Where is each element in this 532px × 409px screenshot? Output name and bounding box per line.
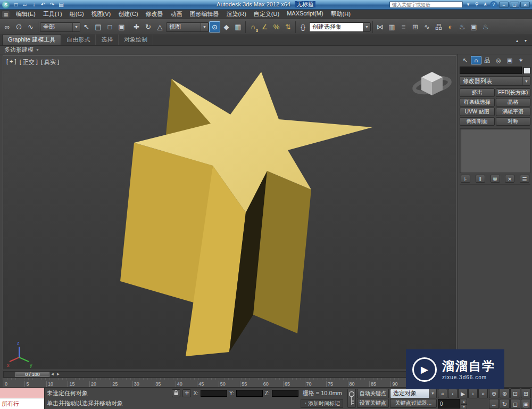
3dsmax-app-icon[interactable]: S bbox=[2, 1, 10, 9]
play-button[interactable]: ▶ bbox=[458, 389, 468, 398]
x-coordinate-field[interactable] bbox=[201, 390, 227, 397]
window-crossing-icon[interactable]: ▣ bbox=[116, 21, 127, 32]
reference-coordinate-dropdown[interactable]: 视图 ▼ bbox=[166, 22, 209, 32]
menu-maxscript[interactable]: MAXScript(M) bbox=[283, 10, 327, 18]
select-and-manipulate-icon[interactable]: ◆ bbox=[221, 21, 232, 32]
communication-center-icon[interactable]: ⚲ bbox=[473, 1, 480, 8]
spinner-snap-icon[interactable]: ⇅ bbox=[282, 21, 294, 32]
set-key-button[interactable]: 设置关键点 bbox=[357, 399, 389, 408]
save-file-icon[interactable]: ↓ bbox=[30, 1, 38, 9]
close-icon[interactable]: ✕ bbox=[520, 2, 530, 8]
zoom-extents-all-icon[interactable]: ⊞ bbox=[521, 388, 531, 398]
selection-lock-icon[interactable] bbox=[172, 389, 180, 397]
time-slider-track[interactable]: 0 / 100 ◄ ► bbox=[3, 371, 456, 378]
track-bar[interactable]: 0510152025303540455055606570758085909510… bbox=[3, 378, 456, 387]
show-end-result-icon[interactable]: ‖ bbox=[476, 175, 485, 183]
time-slider-prev-icon[interactable]: ◄ bbox=[49, 372, 55, 377]
tab-freeform[interactable]: 自由形式 bbox=[61, 35, 96, 45]
infocenter-search-input[interactable] bbox=[389, 1, 463, 8]
modifier-button-extrude[interactable]: 挤出 bbox=[460, 88, 495, 97]
named-selection-sets-combo[interactable]: 创建选择集 ▼ bbox=[309, 22, 371, 32]
percent-snap-icon[interactable]: % bbox=[271, 21, 282, 32]
menu-rendering[interactable]: 渲染(R) bbox=[223, 10, 250, 18]
menu-graph-editors[interactable]: 图形编辑器 bbox=[186, 10, 223, 18]
material-editor-icon[interactable]: ◐ bbox=[445, 21, 456, 32]
modifier-button-ffd-box[interactable]: FFD(长方体) bbox=[496, 88, 531, 97]
z-coordinate-field[interactable] bbox=[272, 390, 298, 397]
modify-tab-icon[interactable]: ∩ bbox=[471, 56, 481, 64]
absolute-mode-icon[interactable]: ✛ bbox=[182, 389, 191, 397]
render-production-icon[interactable]: ♨ bbox=[480, 21, 491, 32]
redo-icon[interactable]: ↷ bbox=[48, 1, 56, 9]
previous-frame-button[interactable]: ‹ bbox=[448, 389, 458, 398]
help-icon[interactable]: ? bbox=[490, 1, 497, 8]
modifier-button-turbosmooth[interactable]: 涡轮平滑 bbox=[496, 108, 531, 116]
bind-to-space-warp-icon[interactable]: ∿ bbox=[25, 21, 36, 32]
align-icon[interactable]: ▥ bbox=[386, 21, 397, 32]
selection-region-icon[interactable]: □ bbox=[104, 21, 115, 32]
select-object-icon[interactable]: ↖ bbox=[81, 21, 92, 32]
make-unique-icon[interactable]: ⋓ bbox=[491, 175, 500, 183]
go-to-start-button[interactable]: « bbox=[438, 389, 447, 398]
maximize-viewport-icon[interactable]: ▣ bbox=[521, 399, 531, 409]
create-tab-icon[interactable]: ↖ bbox=[460, 56, 470, 64]
object-color-swatch[interactable] bbox=[523, 67, 530, 74]
current-frame-field[interactable] bbox=[438, 399, 460, 408]
keyboard-override-icon[interactable]: ▦ bbox=[232, 21, 244, 32]
select-and-link-icon[interactable]: ∞ bbox=[2, 21, 13, 32]
mirror-icon[interactable]: ⋈ bbox=[375, 21, 386, 32]
object-name-field[interactable] bbox=[460, 67, 522, 74]
viewport-pov-menu[interactable]: [ 正交 ] bbox=[20, 58, 38, 66]
motion-tab-icon[interactable]: ◎ bbox=[493, 56, 504, 64]
menu-create[interactable]: 创建(C) bbox=[114, 10, 142, 18]
pin-stack-icon[interactable]: ⊦ bbox=[461, 175, 470, 183]
tab-selection[interactable]: 选择 bbox=[96, 35, 119, 45]
go-to-end-button[interactable]: » bbox=[478, 389, 488, 398]
modifier-button-spline-select[interactable]: 样条线选择 bbox=[460, 98, 495, 107]
modifier-button-lattice[interactable]: 晶格 bbox=[496, 98, 531, 107]
auto-key-button[interactable]: 自动关键点 bbox=[357, 389, 389, 398]
menu-modifiers[interactable]: 修改器 bbox=[142, 10, 167, 18]
ribbon-options-icon[interactable]: ▾ bbox=[521, 37, 530, 45]
configure-modifier-sets-icon[interactable]: ☰ bbox=[520, 175, 529, 183]
viewport-shading-menu[interactable]: [ 真实 ] bbox=[41, 58, 59, 66]
schematic-view-icon[interactable]: 品 bbox=[433, 21, 444, 32]
tab-object-paint[interactable]: 对象绘制 bbox=[119, 35, 153, 45]
key-filters-button[interactable]: 关键点过滤器... bbox=[390, 399, 437, 408]
zoom-all-icon[interactable]: ⊛ bbox=[500, 388, 510, 398]
menu-views[interactable]: 视图(V) bbox=[88, 10, 115, 18]
viewport-general-menu[interactable]: [ + ] bbox=[6, 58, 16, 66]
select-and-move-icon[interactable]: ✚ bbox=[131, 21, 142, 32]
minimize-icon[interactable]: – bbox=[499, 2, 509, 8]
frame-spinner[interactable]: ▲▼ bbox=[461, 399, 467, 409]
graphite-toggle-icon[interactable]: ⊞ bbox=[410, 21, 421, 32]
undo-icon[interactable]: ↶ bbox=[39, 1, 47, 9]
ribbon-minimize-icon[interactable]: ▴ bbox=[513, 37, 521, 45]
open-file-icon[interactable]: ▱ bbox=[21, 1, 29, 9]
zoom-extents-icon[interactable]: ⊡ bbox=[510, 388, 520, 398]
menu-edit[interactable]: 编辑(E) bbox=[12, 10, 39, 18]
angle-snap-icon[interactable]: ∠ bbox=[259, 21, 270, 32]
set-keys-button[interactable] bbox=[347, 389, 356, 408]
use-pivot-center-icon[interactable]: ⊙ bbox=[209, 21, 220, 32]
favorites-star-icon[interactable]: ★ bbox=[481, 1, 489, 8]
modifier-list-dropdown[interactable]: 修改器列表 ▼ bbox=[460, 76, 530, 86]
search-dropdown-icon[interactable]: ▾ bbox=[464, 1, 472, 8]
spinner-down-icon[interactable]: ▼ bbox=[461, 404, 467, 409]
remove-modifier-icon[interactable]: ✕ bbox=[505, 175, 514, 183]
menu-group[interactable]: 组(G) bbox=[66, 10, 88, 18]
maximize-icon[interactable]: ▢ bbox=[510, 2, 519, 8]
layer-manager-icon[interactable]: ≡ bbox=[398, 21, 409, 32]
curve-editor-icon[interactable]: ∿ bbox=[421, 21, 433, 32]
modifier-button-uvw-map[interactable]: UVW 贴图 bbox=[460, 108, 495, 116]
viewport[interactable]: [ + ] [ 正交 ] [ 真实 ] bbox=[3, 55, 456, 370]
viewport-canvas[interactable]: x y z bbox=[3, 56, 456, 370]
tab-graphite[interactable]: Graphite 建模工具 bbox=[2, 34, 61, 45]
orbit-icon[interactable]: ↻ bbox=[500, 399, 510, 409]
workspace-icon[interactable]: ▦ bbox=[2, 11, 10, 18]
snaps-toggle-icon[interactable]: ∩3 bbox=[247, 21, 259, 32]
add-time-tag[interactable]: ◔ 添加时间标记 bbox=[301, 399, 343, 408]
utilities-tab-icon[interactable]: ✶ bbox=[516, 56, 526, 64]
pan-icon[interactable]: ↔ bbox=[489, 399, 499, 409]
unlink-selection-icon[interactable]: ∅ bbox=[13, 21, 24, 32]
